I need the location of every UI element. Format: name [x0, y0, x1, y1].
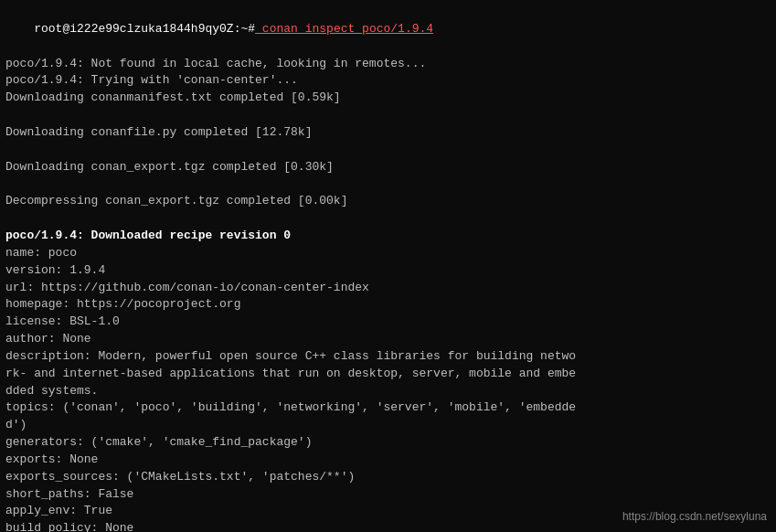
output-line-1: poco/1.9.4: Not found in local cache, lo…	[5, 56, 771, 73]
output-line-20: dded systems.	[5, 383, 771, 400]
prompt-user: root@i222e99clzuka1844h9qy0Z:~#	[34, 22, 255, 36]
output-line-25: exports_sources: ('CMakeLists.txt', 'pat…	[5, 469, 771, 486]
output-line-2: poco/1.9.4: Trying with 'conan-center'..…	[5, 72, 771, 90]
output-line-23: generators: ('cmake', 'cmake_find_packag…	[5, 434, 771, 452]
output-line-16: license: BSL-1.0	[5, 314, 771, 331]
blank-3	[5, 176, 771, 193]
output-line-22: d')	[5, 417, 771, 434]
output-line-19: rk- and internet-based applications that…	[5, 366, 771, 383]
output-line-18: description: Modern, powerful open sourc…	[5, 348, 771, 366]
blank-4	[5, 210, 771, 228]
output-line-12: name: poco	[5, 245, 771, 262]
prompt-command: conan inspect poco/1.9.4	[255, 22, 433, 36]
blank-1	[5, 107, 771, 124]
output-line-11: poco/1.9.4: Downloaded recipe revision 0	[5, 228, 771, 245]
output-line-9: Decompressing conan_export.tgz completed…	[5, 193, 771, 210]
output-line-24: exports: None	[5, 452, 771, 469]
blank-2	[5, 142, 771, 159]
output-line-7: Downloading conan_export.tgz completed […	[5, 159, 771, 176]
output-line-26: short_paths: False	[5, 486, 771, 504]
watermark: https://blog.csdn.net/sexyluna	[622, 510, 767, 523]
output-line-21: topics: ('conan', 'poco', 'building', 'n…	[5, 399, 771, 417]
output-line-5: Downloading conanfile.py completed [12.7…	[5, 124, 771, 142]
output-line-14: url: https://github.com/conan-io/conan-c…	[5, 280, 771, 297]
output-line-17: author: None	[5, 331, 771, 348]
prompt-line: root@i222e99clzuka1844h9qy0Z:~# conan in…	[5, 4, 771, 56]
terminal-window: root@i222e99clzuka1844h9qy0Z:~# conan in…	[0, 0, 776, 532]
output-line-15: homepage: https://pocoproject.org	[5, 296, 771, 314]
output-line-3: Downloading conanmanifest.txt completed …	[5, 90, 771, 107]
output-line-13: version: 1.9.4	[5, 262, 771, 280]
